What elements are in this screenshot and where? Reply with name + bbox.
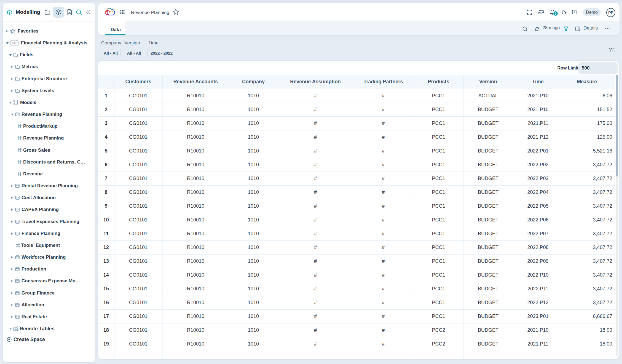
svg-text:?: ? <box>573 11 575 14</box>
